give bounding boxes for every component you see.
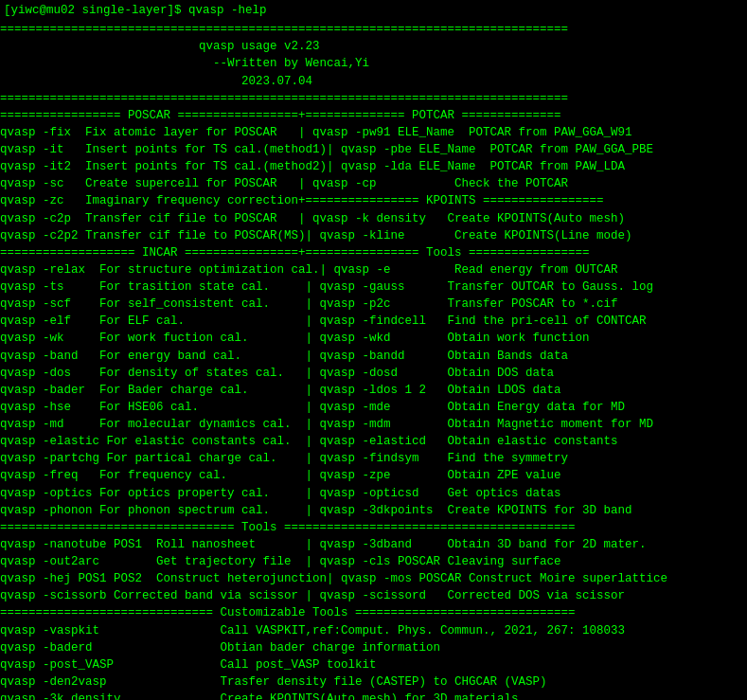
terminal-line: qvasp -c2p Transfer cif file to POSCAR |… <box>0 210 747 227</box>
terminal-line: qvasp -c2p2 Transfer cif file to POSCAR(… <box>0 227 747 244</box>
terminal-line: ============================== Customiza… <box>0 604 747 621</box>
terminal-line: qvasp -sc Create supercell for POSCAR | … <box>0 175 747 192</box>
terminal-window: [yiwc@mu02 single-layer]$ qvasp -help ==… <box>0 0 747 700</box>
terminal-line: qvasp -hse For HSE06 cal. | qvasp -mde O… <box>0 399 747 416</box>
terminal-line: qvasp -den2vasp Trasfer density file (CA… <box>0 673 747 691</box>
terminal-line: qvasp -scf For self_consistent cal. | qv… <box>0 296 747 313</box>
terminal-title: [yiwc@mu02 single-layer]$ qvasp -help <box>0 0 747 21</box>
terminal-line: qvasp usage v2.23 <box>0 38 747 55</box>
terminal-line: ========================================… <box>0 90 747 107</box>
terminal-line: qvasp -optics For optics property cal. |… <box>0 485 747 502</box>
terminal-line: ================= POSCAR ===============… <box>0 107 747 124</box>
terminal-line: qvasp -partchg For partical charge cal. … <box>0 450 747 467</box>
terminal-line: qvasp -ts For trasition state cal. | qva… <box>0 278 747 296</box>
terminal-line: qvasp -post_VASP Call post_VASP toolkit <box>0 656 747 673</box>
terminal-line: qvasp -bader For Bader charge cal. | qva… <box>0 382 747 399</box>
terminal-line: --Written by Wencai,Yi <box>0 55 747 72</box>
terminal-line: qvasp -baderd Obtian bader charge inform… <box>0 639 747 656</box>
terminal-line: ================================= Tools … <box>0 519 747 536</box>
terminal-output: ========================================… <box>0 21 747 700</box>
terminal-line: qvasp -it Insert points for TS cal.(meth… <box>0 141 747 158</box>
terminal-line: qvasp -relax For structure optimization … <box>0 261 747 278</box>
terminal-line: qvasp -fix Fix atomic layer for POSCAR |… <box>0 124 747 141</box>
terminal-line: qvasp -nanotube POS1 Roll nanosheet | qv… <box>0 536 747 553</box>
terminal-line: ========================================… <box>0 21 747 38</box>
terminal-line: qvasp -md For molecular dynamics cal. | … <box>0 416 747 433</box>
terminal-line: qvasp -elastic For elastic constants cal… <box>0 433 747 450</box>
terminal-line: qvasp -3k density Create KPOINTS(Auto me… <box>0 691 747 700</box>
terminal-line: =================== INCAR ==============… <box>0 244 747 261</box>
terminal-line: qvasp -scissorb Corrected band via sciss… <box>0 587 747 604</box>
terminal-line: qvasp -wk For work fuction cal. | qvasp … <box>0 330 747 347</box>
terminal-line: qvasp -freq For frequency cal. | qvasp -… <box>0 467 747 484</box>
terminal-line: qvasp -hej POS1 POS2 Construct heterojun… <box>0 570 747 587</box>
terminal-line: qvasp -out2arc Get trajectory file | qva… <box>0 553 747 570</box>
terminal-line: qvasp -dos For density of states cal. | … <box>0 365 747 382</box>
terminal-line: qvasp -band For energy band cal. | qvasp… <box>0 348 747 365</box>
terminal-line: qvasp -elf For ELF cal. | qvasp -findcel… <box>0 313 747 330</box>
terminal-line: qvasp -phonon For phonon spectrum cal. |… <box>0 502 747 519</box>
terminal-line: qvasp -vaspkit Call VASPKIT,ref:Comput. … <box>0 622 747 639</box>
terminal-line: qvasp -zc Imaginary frequency correction… <box>0 192 747 209</box>
terminal-line: qvasp -it2 Insert points for TS cal.(met… <box>0 158 747 175</box>
terminal-line: 2023.07.04 <box>0 73 747 90</box>
